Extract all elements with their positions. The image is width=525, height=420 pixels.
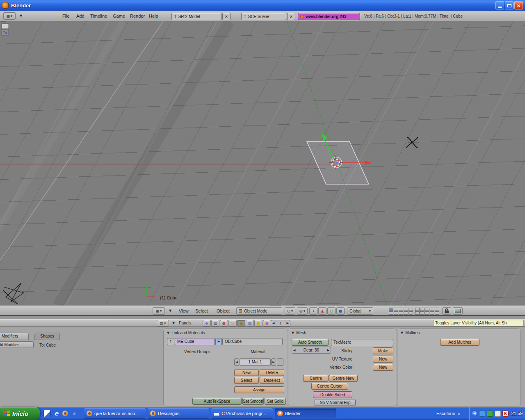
desktop-toolbar[interactable]: Escritorio » [436,407,461,420]
layer-toggle[interactable] [389,311,393,315]
tab-shapes[interactable]: Shapes [34,333,60,340]
buttons-window-type-button[interactable]: ▤ ▾ [157,320,169,326]
material-select-button[interactable]: Select [234,377,259,384]
menu-render[interactable]: Render [128,11,146,21]
menu-game[interactable]: Game [111,11,127,21]
draw-type-dropdown[interactable]: ○ ▾ [285,307,295,315]
layer-toggle[interactable] [420,308,425,311]
panel-collapse-icon[interactable]: ▼ [401,331,403,335]
object-context-button[interactable]: ◎ [228,320,237,326]
panels-menu[interactable]: Panels [177,320,193,327]
material-assign-button[interactable]: Assign [234,386,284,393]
material-extra-button[interactable] [277,358,283,366]
layer-toggle[interactable] [435,308,439,311]
menu-add[interactable]: Add [75,11,86,21]
layer-toggle[interactable] [435,311,439,315]
window-titlebar[interactable]: Blender × [0,0,525,11]
firefox-quicklaunch-icon[interactable] [62,410,69,417]
layer-toggle[interactable] [420,311,425,315]
editing-context-button[interactable]: ▣ [237,320,245,326]
menu-object[interactable]: Object [215,306,231,316]
layer-toggle[interactable] [415,311,420,315]
panel-header[interactable]: ▼ Multires [401,331,420,335]
lamp-object[interactable] [406,137,418,148]
script-context-button[interactable]: ▥ [211,320,219,326]
add-modifier-button[interactable]: Add Modifier [0,341,34,348]
material-delete-button[interactable]: Delete [260,369,284,376]
material-next-button[interactable]: ▶ [271,358,276,366]
layer-toggle[interactable] [394,311,398,315]
tray-collapse-chevron[interactable]: ◀ [472,411,477,416]
taskbar-task-firefox-2[interactable]: Descargas [148,409,209,418]
centre-button[interactable]: Centre [303,375,329,382]
panel-header[interactable]: ▼ Mesh [292,331,306,335]
area-divider[interactable] [0,315,525,319]
render-preview-button[interactable] [453,307,463,315]
scene-context-button[interactable]: ▨ [246,320,254,326]
set-solid-button[interactable]: Set Solid [265,398,286,405]
lock-layers-button[interactable] [442,307,451,315]
manipulator-x-arrowhead[interactable] [365,161,372,165]
taskbar-task-explorer[interactable]: C:\Archivos de progr... [211,409,273,418]
uv-texture-new-button[interactable]: New [373,356,393,363]
material-deselect-button[interactable]: Deselect [260,377,284,384]
pivot-dropdown[interactable]: ◎ ▾ [297,307,308,315]
frame-number-field[interactable]: ◀ 1 ▶ [271,320,290,326]
object-name-field[interactable]: OB:Cube [222,338,283,345]
layer-toggle[interactable] [409,311,413,315]
shading-context-button[interactable]: ● [220,320,228,326]
viewport-3d[interactable]: (1) Cube [0,21,525,306]
tray-kaspersky-icon[interactable]: K [502,411,509,417]
menu-timeline[interactable]: Timeline [89,11,109,21]
close-button[interactable]: × [514,1,523,9]
layer-toggle[interactable] [399,308,403,311]
logic-context-button[interactable]: ◆ [203,320,211,326]
scene-selector[interactable]: ↕ SCE:Scene [241,13,286,20]
double-sided-toggle[interactable]: Double Sided [313,391,352,398]
menu-file[interactable]: File [61,11,71,21]
maximize-button[interactable] [505,1,514,9]
panel-collapse-icon[interactable]: ▼ [167,331,169,335]
no-vnormal-flip-toggle[interactable]: No V.Normal Flip [315,399,356,406]
layer-toggle[interactable] [409,308,413,311]
tray-volume-icon[interactable] [495,411,501,417]
panel-collapse-icon[interactable]: ▼ [292,331,294,335]
fake-user-button[interactable]: F [215,338,222,345]
set-smooth-button[interactable]: Set Smooth [242,398,264,405]
layer-toggle[interactable] [394,308,398,311]
manipulator-rotate-button[interactable]: ○ [327,307,336,315]
minimize-button[interactable] [495,1,504,9]
layer-toggle[interactable] [430,311,434,315]
scene-delete-button[interactable]: × [287,13,295,20]
material-index-field[interactable]: 1 Mat 1 [240,358,271,366]
material-new-button[interactable]: New [234,369,259,376]
auto-smooth-toggle[interactable]: Auto Smooth [292,339,329,346]
orientation-dropdown[interactable]: Global ▾ [347,307,373,315]
autotexspace-toggle[interactable]: AutoTexSpace [192,398,242,405]
add-multires-button[interactable]: Add Multires [440,339,479,346]
window-type-button[interactable]: ▦ ▾ [3,12,16,20]
menu-select[interactable]: Select [194,306,210,316]
panel-header[interactable]: ▼ Link and Materials [167,331,205,335]
manipulator-translate-button[interactable]: ▲ [318,307,326,315]
show-desktop-icon[interactable] [43,410,51,417]
layer-toggle[interactable] [425,311,429,315]
lamp-subcontext-button[interactable]: ● [254,320,262,326]
menu-view[interactable]: View [177,306,190,316]
taskbar-task-blender[interactable]: Blender [275,409,336,418]
decrement-icon[interactable]: ◀ [272,322,274,325]
mesh-datablock-field[interactable]: ME:Cube [175,338,215,345]
header-collapse-icon[interactable]: ▼ [167,306,173,316]
mode-dropdown[interactable]: Object Mode [236,307,282,315]
quicklaunch-overflow-chevron[interactable]: » [71,410,78,417]
screen-delete-button[interactable]: × [222,13,231,20]
tab-modifiers[interactable]: Modifiers [0,333,29,340]
taskbar-task-firefox-1[interactable]: que la fuerza os aco... [84,409,146,418]
header-collapse-icon[interactable]: ▼ [18,11,24,21]
layer-buttons-group-1[interactable] [389,308,413,315]
manipulator-hand-button[interactable]: + [309,307,317,315]
decrement-icon[interactable]: ◀ [293,349,295,352]
layer-toggle[interactable] [415,308,420,311]
sticky-make-button[interactable]: Make [373,347,393,354]
increment-icon[interactable]: ▶ [287,322,289,325]
